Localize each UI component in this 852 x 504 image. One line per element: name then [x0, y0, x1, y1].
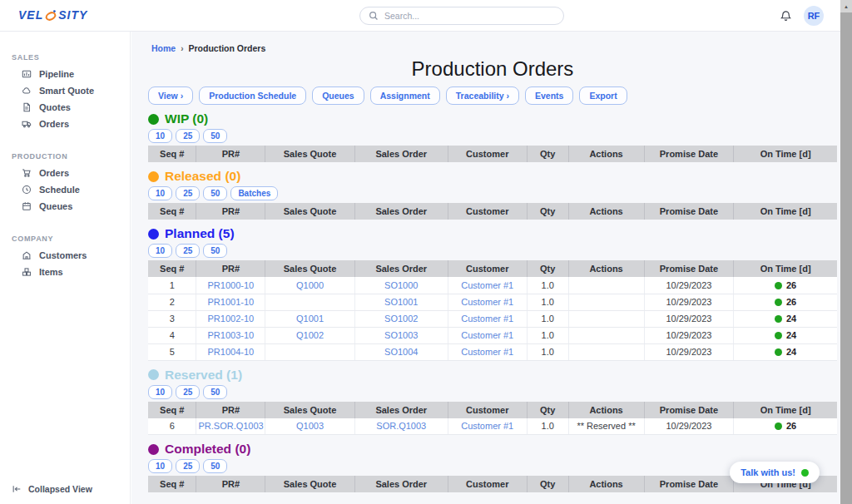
user-avatar[interactable]: RF: [804, 6, 824, 26]
page-size-50-button[interactable]: 50: [203, 186, 227, 200]
column-header: Promise Date: [644, 203, 734, 220]
sidebar-item-quotes[interactable]: Quotes: [0, 99, 130, 116]
promise-cell: 10/29/2023: [644, 294, 734, 310]
page-size-10-button[interactable]: 10: [148, 129, 172, 143]
table-row: 5PR1004-10SO1004Customer #11.010/29/2023…: [148, 343, 837, 360]
sidebar-item-smart-quote[interactable]: Smart Quote: [0, 82, 130, 99]
page-size-25-button[interactable]: 25: [176, 129, 200, 143]
page-size-25-button[interactable]: 25: [176, 244, 200, 258]
column-header: PR#: [196, 476, 265, 492]
ontime-cell: 24: [734, 310, 837, 327]
sidebar-item-sales-orders[interactable]: Orders: [0, 116, 130, 132]
pr-link[interactable]: PR1003-10: [208, 330, 255, 340]
customer-link[interactable]: Customer #1: [461, 347, 513, 357]
column-header: On Time [d]: [734, 146, 837, 162]
sidebar-item-label: Items: [39, 267, 63, 277]
seq-cell: 3: [148, 310, 196, 327]
actions-cell: [568, 343, 644, 360]
pr-link[interactable]: PR1002-10: [208, 314, 255, 324]
assignment-button[interactable]: Assignment: [370, 86, 440, 105]
batches-button[interactable]: Batches: [230, 186, 278, 200]
page-size-50-button[interactable]: 50: [203, 129, 227, 143]
sidebar-item-label: Orders: [39, 119, 69, 129]
page-size-10-button[interactable]: 10: [148, 385, 172, 399]
column-header: Sales Order: [354, 402, 448, 418]
pr-link[interactable]: PR.SOR.Q1003: [198, 421, 263, 431]
column-header: Sales Quote: [265, 146, 355, 162]
cloud-icon: [22, 86, 32, 96]
quote-link[interactable]: Q1001: [296, 314, 324, 324]
production-schedule-button[interactable]: Production Schedule: [199, 86, 306, 105]
customer-link[interactable]: Customer #1: [461, 297, 513, 307]
breadcrumb-home-link[interactable]: Home: [151, 43, 176, 53]
status-dot: [148, 171, 159, 182]
export-button[interactable]: Export: [579, 86, 627, 105]
collapse-sidebar-button[interactable]: Collapsed View: [12, 484, 92, 494]
chat-widget-button[interactable]: Talk with us!: [730, 462, 820, 483]
queues-button[interactable]: Queues: [312, 86, 364, 105]
sidebar-item-production-orders[interactable]: Orders: [0, 165, 130, 181]
page-size-50-button[interactable]: 50: [203, 244, 227, 258]
pr-link[interactable]: PR1004-10: [208, 347, 255, 357]
page-size-10-button[interactable]: 10: [148, 244, 172, 258]
so-cell: SO1003: [354, 327, 448, 343]
page-size-25-button[interactable]: 25: [176, 459, 200, 473]
table-row: 2PR1001-10SO1001Customer #11.010/29/2023…: [148, 294, 837, 310]
promise-cell: 10/29/2023: [644, 343, 734, 360]
customer-link[interactable]: Customer #1: [461, 330, 513, 340]
so-link[interactable]: SO1003: [384, 330, 418, 340]
velosity-logo[interactable]: VEL SITY: [18, 8, 87, 22]
pr-cell: PR1000-10: [196, 277, 265, 294]
traceability-button[interactable]: Traceability ›: [446, 86, 519, 105]
column-header: Actions: [568, 146, 644, 162]
search-input[interactable]: [384, 11, 555, 21]
sidebar-item-pipeline[interactable]: Pipeline: [0, 66, 130, 82]
planned-orders-table: Seq #PR#Sales QuoteSales OrderCustomerQt…: [148, 260, 837, 361]
scroll-up-arrow-icon[interactable]: ▲: [840, 0, 852, 12]
so-link[interactable]: SO1000: [384, 280, 418, 290]
section-title: Released (0): [165, 169, 240, 184]
sidebar-item-items[interactable]: Items: [0, 264, 130, 280]
pr-link[interactable]: PR1000-10: [208, 280, 255, 290]
sidebar-item-schedule[interactable]: Schedule: [0, 181, 130, 198]
column-header: PR#: [196, 146, 265, 162]
promise-cell: 10/29/2023: [644, 277, 734, 294]
section-title: Completed (0): [165, 442, 250, 457]
status-dot: [148, 229, 159, 240]
bell-icon[interactable]: [780, 10, 792, 22]
column-header: Promise Date: [644, 402, 734, 418]
quote-link[interactable]: Q1003: [296, 421, 324, 431]
quote-link[interactable]: Q1000: [296, 280, 324, 290]
so-link[interactable]: SO1002: [384, 314, 418, 324]
sidebar-item-queues[interactable]: Queues: [0, 198, 130, 215]
so-link[interactable]: SOR.Q1003: [376, 421, 426, 431]
quote-link[interactable]: Q1002: [296, 330, 324, 340]
page-size-controls: 10 25 50 Batches: [148, 186, 837, 200]
page-size-25-button[interactable]: 25: [176, 186, 200, 200]
page-size-25-button[interactable]: 25: [176, 385, 200, 399]
pr-link[interactable]: PR1001-10: [208, 297, 255, 307]
sidebar-item-customers[interactable]: Customers: [0, 247, 130, 264]
so-link[interactable]: SO1001: [384, 297, 418, 307]
page-size-10-button[interactable]: 10: [148, 186, 172, 200]
customer-link[interactable]: Customer #1: [461, 314, 513, 324]
column-header: Customer: [448, 476, 527, 492]
page-size-controls: 10 25 50: [148, 244, 837, 258]
qty-cell: 1.0: [527, 310, 568, 327]
events-button[interactable]: Events: [525, 86, 573, 105]
page-size-50-button[interactable]: 50: [203, 459, 227, 473]
section-heading: Released (0): [148, 169, 837, 184]
view-button[interactable]: View ›: [148, 86, 193, 105]
so-cell: SO1004: [354, 343, 448, 360]
vertical-scrollbar[interactable]: ▲: [840, 0, 852, 504]
global-search[interactable]: [359, 7, 564, 25]
quote-cell: Q1001: [265, 310, 355, 327]
pr-cell: PR1003-10: [196, 327, 265, 343]
page-size-10-button[interactable]: 10: [148, 459, 172, 473]
so-link[interactable]: SO1004: [384, 347, 418, 357]
status-dot: [148, 369, 159, 380]
customer-link[interactable]: Customer #1: [461, 421, 513, 431]
page-size-50-button[interactable]: 50: [203, 385, 227, 399]
customer-link[interactable]: Customer #1: [461, 280, 513, 290]
column-header: Qty: [527, 203, 568, 220]
